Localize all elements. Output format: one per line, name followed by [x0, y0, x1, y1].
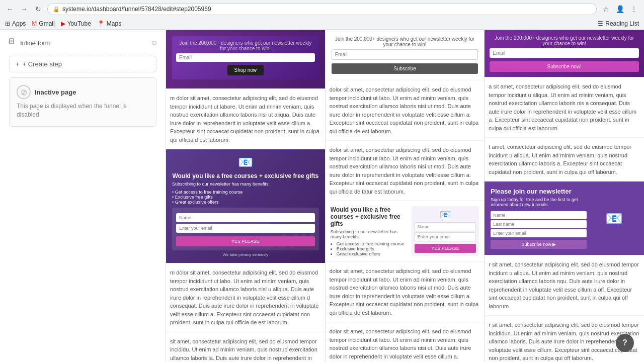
newsletter-join-title: Please join our newsletter — [491, 188, 587, 195]
browser-toolbar: ← → ↻ 🔒 systeme.io/dashboard/funnel/5784… — [0, 0, 644, 18]
lorem-block-col3-1: a sit amet, consectetur adipiscing elit,… — [485, 77, 644, 138]
free-courses-white-benefits: Get access to free training course Exclu… — [331, 241, 408, 256]
create-step-button[interactable]: + + Create step — [9, 56, 156, 72]
newsletter-join-lastname-input[interactable] — [491, 220, 587, 228]
bookmark-youtube-label: YouTube — [67, 20, 91, 27]
content-area: Join the 200,000+ designers who get our … — [166, 30, 644, 362]
forward-button[interactable]: → — [19, 4, 29, 14]
bookmark-maps-label: Maps — [107, 20, 121, 27]
lorem-block-col1-2: m dolor sit amet, consectetur adipiscing… — [166, 263, 325, 332]
smartphone-email-input[interactable] — [176, 53, 315, 62]
email-icon-col1: 📧 — [172, 155, 319, 169]
lorem-block-col3-3: r sit amet, consectetur adipiscing elit,… — [485, 255, 644, 316]
free-courses-disclaimer-col1: We take privacy seriously — [172, 252, 319, 257]
inactive-page-description: This page is displayed when the funnel i… — [17, 102, 149, 119]
lorem-block-col3-2: t amet, consectetur adipiscing elit, sed… — [485, 138, 644, 182]
free-courses-card-col1: 📧 Would you like a free courses + exclus… — [166, 149, 325, 263]
free-courses-white-email-input[interactable] — [415, 232, 476, 241]
sidebar-item-inline-form-label: Inline form — [20, 39, 51, 47]
benefit-1-col1: Get access to free training course — [172, 190, 319, 195]
lock-icon: 🔒 — [53, 6, 60, 13]
main-layout: Inline form ⧉ + + Create step ⊘ Inactive… — [0, 30, 644, 362]
profile-button[interactable]: 👤 — [615, 4, 625, 14]
subscribe-white-join-text: Join the 200,000+ designers who get our … — [332, 36, 478, 47]
yes-please-button-col1[interactable]: YES PLEASE — [176, 236, 315, 246]
bookmark-apps-label: Apps — [12, 20, 26, 27]
lorem-block-col2-1: dolor sit amet, consectetur adipiscing e… — [326, 80, 485, 141]
free-courses-white-subscribe-text: Subscribing to our newsletter has many b… — [331, 229, 408, 239]
bookmark-maps[interactable]: 📍 Maps — [97, 20, 121, 27]
sidebar-inner: Inline form ⧉ + + Create step ⊘ Inactive… — [0, 30, 166, 137]
subscribe-purple-join-text: Join the 200,000+ designers who get our … — [490, 35, 639, 46]
newsletter-join-subtitle: Sign up today for free and be the first … — [491, 197, 587, 207]
free-courses-email-input-col1[interactable] — [176, 224, 315, 233]
content-column-1: Join the 200,000+ designers who get our … — [166, 30, 326, 362]
free-courses-white-title: Would you like a free courses + exclusiv… — [331, 206, 408, 227]
newsletter-join-card: Please join our newsletter Sign up today… — [485, 182, 644, 255]
free-courses-form-col1: YES PLEASE — [172, 208, 319, 250]
smartphone-card-join-text: Join the 200,000+ designers who get our … — [176, 40, 315, 51]
svg-rect-0 — [10, 39, 14, 44]
newsletter-join-form: Please join our newsletter Sign up today… — [491, 188, 587, 249]
bookmark-youtube[interactable]: ▶ YouTube — [61, 20, 91, 27]
fch-benefit-2: Exclusive free gifts — [337, 246, 408, 251]
free-courses-white-yes-please-button[interactable]: YES PLEASE — [415, 244, 476, 253]
newsletter-join-name-input[interactable] — [491, 211, 587, 219]
sidebar-item-inline-form[interactable]: Inline form ⧉ — [5, 35, 160, 51]
fch-benefit-3: Great exclusive offers — [337, 251, 408, 256]
newsletter-join-email-input[interactable] — [491, 229, 587, 237]
free-courses-white-name-input[interactable] — [415, 222, 476, 231]
bookmark-gmail[interactable]: M Gmail — [32, 20, 54, 27]
reading-list-icon: ☰ — [598, 20, 603, 27]
inactive-page-header: ⊘ Inactive page — [17, 85, 149, 99]
content-column-3: Join the 200,000+ designers who get our … — [485, 30, 644, 362]
subscribe-white-button[interactable]: Subscribe — [332, 63, 478, 74]
lorem-block-col2-4: dolor sit amet, consectetur adipiscing e… — [326, 322, 485, 362]
menu-button[interactable]: ⋮ — [629, 4, 639, 14]
bookmark-apps[interactable]: ⊞ Apps — [5, 20, 26, 27]
newsletter-join-subscribe-button[interactable]: Subscribe now ▶ — [491, 240, 587, 249]
lorem-block-col2-2: dolor sit amet, consectetur adipiscing e… — [326, 141, 485, 201]
inactive-page-card: ⊘ Inactive page This page is displayed w… — [9, 77, 156, 127]
inactive-page-icon: ⊘ — [17, 85, 31, 99]
subscribe-purple-email-input[interactable] — [490, 48, 639, 58]
lorem-block-col1-1: m dolor sit amet, consectetur adipiscing… — [166, 89, 325, 149]
bookmark-gmail-label: Gmail — [39, 20, 54, 27]
plus-icon: + — [16, 60, 20, 68]
lorem-block-col2-3: dolor sit amet, consectetur adipiscing e… — [326, 262, 485, 322]
newsletter-join-icon: 📧 — [590, 188, 638, 249]
shop-now-button[interactable]: Shop now — [227, 65, 264, 75]
subscribe-purple-button[interactable]: Subscribe now! — [490, 61, 639, 72]
help-icon: ? — [622, 338, 627, 347]
free-courses-benefits-col1: Get access to free training course Exclu… — [172, 190, 319, 205]
free-courses-title-col1: Would you like a free courses + exclusiv… — [172, 172, 319, 179]
email-icon-col2: 📧 — [415, 209, 476, 220]
fch-benefit-1: Get access to free training course — [337, 241, 408, 246]
subscribe-white-email-input[interactable] — [332, 49, 478, 60]
create-step-label: + Create step — [23, 60, 62, 68]
inactive-page-title: Inactive page — [35, 88, 76, 96]
content-column-2: Join the 200,000+ designers who get our … — [326, 30, 485, 362]
youtube-icon: ▶ — [61, 20, 65, 27]
sidebar: Inline form ⧉ + + Create step ⊘ Inactive… — [0, 30, 166, 362]
url-text: systeme.io/dashboard/funnel/578428/edit#… — [62, 6, 211, 13]
form-icon — [9, 38, 17, 48]
free-courses-name-input-col1[interactable] — [176, 213, 315, 222]
help-button[interactable]: ? — [616, 334, 634, 352]
free-courses-white-left: Would you like a free courses + exclusiv… — [331, 206, 408, 256]
benefit-3-col1: Great exclusive offers — [172, 200, 319, 205]
back-button[interactable]: ← — [5, 4, 15, 14]
address-bar[interactable]: 🔒 systeme.io/dashboard/funnel/578428/edi… — [47, 3, 597, 15]
lorem-block-col1-3: sit amet, consectetur adipiscing elit, s… — [166, 332, 325, 363]
bookmark-button[interactable]: ☆ — [601, 4, 611, 14]
smartphone-newsletter-card: Join the 200,000+ designers who get our … — [166, 30, 325, 89]
benefit-2-col1: Exclusive free gifts — [172, 195, 319, 200]
maps-icon: 📍 — [97, 20, 105, 27]
reading-list-label: Reading List — [605, 20, 639, 27]
apps-grid-icon: ⊞ — [5, 20, 10, 27]
refresh-button[interactable]: ↻ — [33, 4, 43, 14]
subscribe-purple-card: Join the 200,000+ designers who get our … — [485, 30, 644, 77]
reading-list-button[interactable]: ☰ Reading List — [598, 20, 639, 27]
bookmarks-bar: ⊞ Apps M Gmail ▶ YouTube 📍 Maps ☰ Readin… — [0, 18, 644, 30]
free-courses-subtitle-col1: Subscribing to our newsletter has many b… — [172, 182, 319, 187]
